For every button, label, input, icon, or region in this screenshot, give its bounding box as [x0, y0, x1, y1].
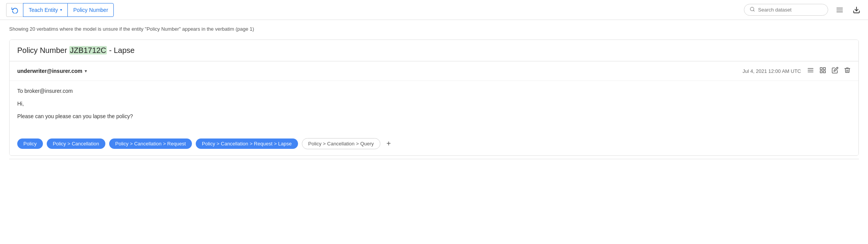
header-left: Teach Entity ▾ Policy Number	[6, 3, 741, 17]
subtitle-text: Showing 20 verbatims where the model is …	[9, 26, 859, 32]
email-from-address: underwriter@insurer.com	[17, 68, 82, 74]
email-body: To broker@insurer.com Hi, Please can you…	[10, 81, 858, 133]
tag-policy-cancellation-request-lapse[interactable]: Policy > Cancellation > Request > Lapse	[196, 138, 298, 149]
policy-number-label: Policy Number	[73, 7, 108, 13]
main-content: Showing 20 verbatims where the model is …	[0, 20, 868, 165]
svg-line-1	[753, 10, 755, 12]
email-edit-icon[interactable]	[832, 67, 839, 75]
tag-policy-cancellation[interactable]: Policy > Cancellation	[47, 138, 105, 149]
card-title-bar: Policy Number JZB1712C - Lapse	[10, 40, 858, 61]
verbatim-card: Policy Number JZB1712C - Lapse underwrit…	[9, 40, 859, 156]
tags-row: Policy Policy > Cancellation Policy > Ca…	[10, 133, 858, 155]
email-date: Jul 4, 2021 12:00 AM UTC	[743, 68, 801, 74]
card-title: Policy Number JZB1712C - Lapse	[17, 46, 134, 54]
email-content: Please can you please can you lapse the …	[17, 112, 851, 120]
email-from: underwriter@insurer.com ▾	[17, 68, 87, 74]
teach-entity-chevron-icon: ▾	[60, 8, 62, 12]
email-grid-icon[interactable]	[819, 67, 826, 75]
card-divider	[9, 159, 859, 159]
teach-entity-label: Teach Entity	[29, 7, 58, 13]
email-meta: Jul 4, 2021 12:00 AM UTC	[743, 67, 851, 75]
download-button[interactable]	[851, 5, 862, 15]
svg-rect-11	[820, 71, 822, 73]
email-header: underwriter@insurer.com ▾ Jul 4, 2021 12…	[10, 61, 858, 81]
policy-number-button[interactable]: Policy Number	[67, 3, 114, 17]
search-icon	[750, 7, 755, 13]
svg-rect-12	[824, 71, 825, 73]
refresh-button[interactable]	[6, 3, 23, 17]
action-icons	[807, 67, 851, 75]
tag-policy[interactable]: Policy	[17, 138, 43, 149]
card-title-prefix: Policy Number	[17, 46, 69, 54]
search-input[interactable]	[758, 7, 822, 13]
header: Teach Entity ▾ Policy Number	[0, 0, 868, 20]
teach-entity-button[interactable]: Teach Entity ▾	[23, 3, 67, 17]
add-tag-button[interactable]: +	[384, 138, 393, 149]
email-greeting: Hi,	[17, 100, 851, 108]
email-delete-icon[interactable]	[844, 67, 851, 75]
tag-policy-cancellation-request[interactable]: Policy > Cancellation > Request	[109, 138, 192, 149]
email-list-icon[interactable]	[807, 67, 814, 75]
card-title-suffix: - Lapse	[107, 46, 134, 54]
card-title-highlight: JZB1712C	[69, 46, 107, 54]
tag-policy-cancellation-query[interactable]: Policy > Cancellation > Query	[302, 138, 380, 149]
search-box	[744, 4, 828, 16]
header-right	[744, 4, 862, 16]
list-view-button[interactable]	[834, 5, 845, 15]
svg-rect-9	[820, 68, 822, 69]
email-to: To broker@insurer.com	[17, 87, 851, 95]
svg-rect-10	[824, 68, 825, 69]
email-from-chevron-icon[interactable]: ▾	[85, 69, 87, 74]
